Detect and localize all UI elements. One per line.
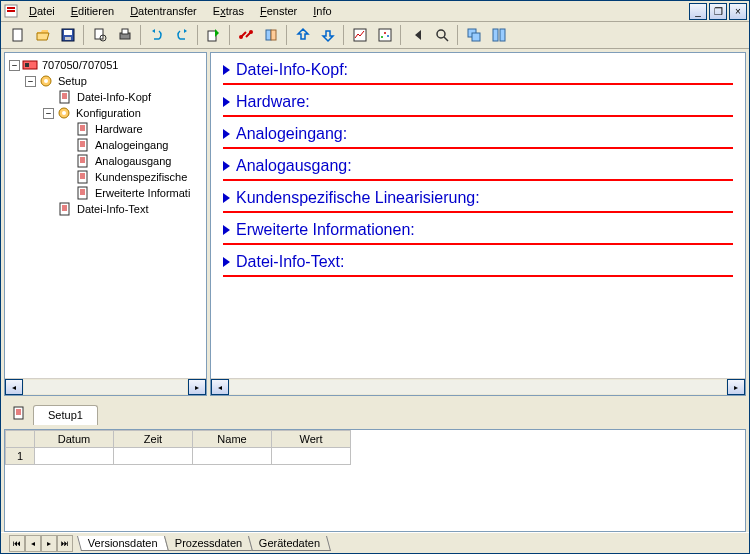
undo-icon[interactable] [144,23,169,47]
cascade-icon[interactable] [461,23,486,47]
tab-last-icon[interactable]: ⏭ [57,535,73,552]
first-icon[interactable] [404,23,429,47]
tree-item-datei-info-kopf[interactable]: Datei-Info-Kopf [75,91,153,103]
app-window: Datei Editieren Datentransfer Extras Fen… [0,0,750,554]
redo-icon[interactable] [169,23,194,47]
section-rule [223,179,733,181]
menu-datentransfer[interactable]: Datentransfer [122,3,205,19]
tree-setup-label[interactable]: Setup [56,75,89,87]
gear-icon [38,73,54,89]
tile-icon[interactable] [486,23,511,47]
scroll-track[interactable] [24,380,187,394]
tree-pane: − 707050/707051 − Setup Datei-Info-Kopf [4,52,207,396]
menu-label: atei [37,5,55,17]
tree-item-kundenspezifische[interactable]: Kundenspezifische [93,171,189,183]
section-title: Datei-Info-Kopf: [236,61,348,79]
tab-setup1[interactable]: Setup1 [33,405,98,425]
section-datei-info-text[interactable]: Datei-Info-Text: [223,251,733,277]
grid-pane: Datum Zeit Name Wert 1 [4,429,746,532]
scroll-right-icon[interactable]: ▸ [727,379,745,395]
tree-item-analogeingang[interactable]: Analogeingang [93,139,170,151]
page-icon [75,153,91,169]
row-header[interactable]: 1 [6,448,35,465]
tree-root-label[interactable]: 707050/707051 [40,59,120,71]
tab-prev-icon[interactable]: ◂ [25,535,41,552]
upload-icon[interactable] [290,23,315,47]
tab-next-icon[interactable]: ▸ [41,535,57,552]
col-wert[interactable]: Wert [272,431,351,448]
scroll-left-icon[interactable]: ◂ [211,379,229,395]
section-arrow-icon [223,257,230,267]
expand-toggle[interactable]: − [9,60,20,71]
scroll-left-icon[interactable]: ◂ [5,379,23,395]
section-analogausgang[interactable]: Analogausgang: [223,155,733,181]
tree-hscrollbar[interactable]: ◂ ▸ [5,378,206,395]
tree-item-konfiguration[interactable]: Konfiguration [74,107,143,119]
download-icon[interactable] [315,23,340,47]
chart-icon[interactable] [347,23,372,47]
menu-datei[interactable]: Datei [21,3,63,19]
col-name[interactable]: Name [193,431,272,448]
svg-rect-2 [7,10,15,12]
toolbar-separator [83,25,84,45]
cell[interactable] [35,448,114,465]
menu-extras[interactable]: Extras [205,3,252,19]
tab-first-icon[interactable]: ⏮ [9,535,25,552]
svg-rect-15 [271,30,276,40]
print-preview-icon[interactable] [87,23,112,47]
tab-geraetedaten[interactable]: Gerätedaten [248,536,331,551]
page-icon [57,201,73,217]
window-controls: _ ❐ × [689,3,747,20]
toolbar-separator [457,25,458,45]
data-grid[interactable]: Datum Zeit Name Wert 1 [5,430,351,465]
scroll-track[interactable] [230,380,726,394]
close-button[interactable]: × [729,3,747,20]
scroll-right-icon[interactable]: ▸ [188,379,206,395]
tree-item-analogausgang[interactable]: Analogausgang [93,155,173,167]
section-analogeingang[interactable]: Analogeingang: [223,123,733,149]
section-hardware[interactable]: Hardware: [223,91,733,117]
cell[interactable] [272,448,351,465]
menu-fenster[interactable]: Fenster [252,3,305,19]
section-rule [223,243,733,245]
restore-button[interactable]: ❐ [709,3,727,20]
open-icon[interactable] [30,23,55,47]
tab-prozessdaten[interactable]: Prozessdaten [164,536,253,551]
tree-view[interactable]: − 707050/707051 − Setup Datei-Info-Kopf [5,53,206,378]
svg-rect-33 [78,123,87,135]
section-erweiterte[interactable]: Erweiterte Informationen: [223,219,733,245]
expand-toggle[interactable]: − [43,108,54,119]
tab-versionsdaten[interactable]: Versionsdaten [77,536,169,551]
content-hscrollbar[interactable]: ◂ ▸ [211,378,745,395]
scatter-icon[interactable] [372,23,397,47]
expand-toggle[interactable]: − [25,76,36,87]
toolbar-separator [140,25,141,45]
menu-info[interactable]: Info [305,3,339,19]
search-icon[interactable] [429,23,454,47]
tree-item-hardware[interactable]: Hardware [93,123,145,135]
menu-label: ditieren [78,5,114,17]
svg-point-19 [384,32,386,34]
cell[interactable] [193,448,272,465]
col-datum[interactable]: Datum [35,431,114,448]
col-zeit[interactable]: Zeit [114,431,193,448]
content-list[interactable]: Datei-Info-Kopf: Hardware: Analogeingang… [211,53,745,378]
section-datei-info-kopf[interactable]: Datei-Info-Kopf: [223,59,733,85]
page-icon [75,169,91,185]
save-icon[interactable] [55,23,80,47]
section-rule [223,275,733,277]
new-file-icon[interactable] [5,23,30,47]
tree-item-erweiterte[interactable]: Erweiterte Informati [93,187,192,199]
section-kundenspezifische[interactable]: Kundenspezifische Linearisierung: [223,187,733,213]
cell[interactable] [114,448,193,465]
print-icon[interactable] [112,23,137,47]
grid-corner[interactable] [6,431,35,448]
connect-icon[interactable] [233,23,258,47]
tree-item-datei-info-text[interactable]: Datei-Info-Text [75,203,151,215]
section-rule [223,83,733,85]
disconnect-icon[interactable] [258,23,283,47]
minimize-button[interactable]: _ [689,3,707,20]
svg-rect-37 [78,187,87,199]
export-icon[interactable] [201,23,226,47]
menu-editieren[interactable]: Editieren [63,3,122,19]
